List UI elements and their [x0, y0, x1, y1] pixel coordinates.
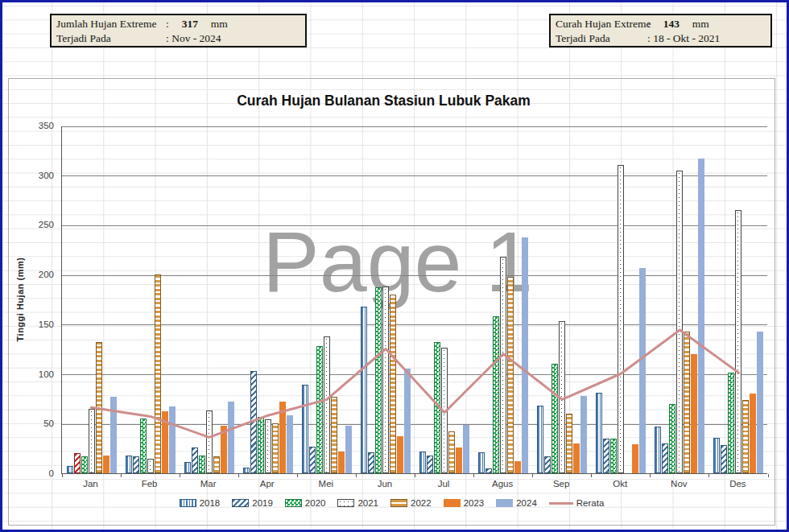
x-axis-tick	[180, 474, 180, 477]
x-axis-tick	[297, 474, 298, 477]
y-tick-label-250: 250	[23, 220, 54, 229]
legend-swatch-2023	[444, 499, 461, 507]
legend-label: Rerata	[576, 498, 605, 508]
x-axis-tick	[650, 474, 651, 477]
legend-swatch-2021	[337, 499, 354, 507]
x-label-feb: Feb	[120, 479, 179, 489]
legend-item-2019[interactable]: 2019	[232, 498, 273, 508]
infobox-row: Terjadi Pada: 18 - Okt - 2021	[556, 31, 766, 46]
rerata-line-layer	[62, 126, 768, 474]
x-axis-tick	[708, 474, 709, 477]
legend-item-2024[interactable]: 2024	[496, 498, 537, 508]
legend-swatch-2019	[232, 499, 249, 507]
rainfall-chart[interactable]: Page 1 Curah Hujan Bulanan Stasiun Lubuk…	[8, 78, 775, 526]
x-axis-tick	[356, 474, 357, 477]
x-axis-tick	[768, 474, 769, 477]
chart-title: Curah Hujan Bulanan Stasiun Lubuk Pakam	[9, 93, 758, 109]
extreme-daily-infobox: Curah Hujan Extreme:143mm Terjadi Pada: …	[549, 14, 772, 47]
y-tick-label-0: 0	[23, 468, 54, 478]
legend-label: 2018	[200, 498, 221, 508]
y-tick-label-350: 350	[23, 121, 54, 130]
x-label-okt: Okt	[591, 479, 650, 489]
x-label-mar: Mar	[179, 479, 238, 489]
x-axis-tick	[532, 474, 533, 477]
extreme-total-label: Jumlah Hujan Extreme	[56, 17, 166, 31]
x-label-jan: Jan	[61, 479, 120, 489]
legend-swatch-rerata	[549, 502, 573, 505]
y-tick-label-200: 200	[23, 270, 54, 279]
legend-item-rerata[interactable]: Rerata	[549, 498, 605, 508]
legend-swatch-2022	[390, 499, 407, 507]
y-axis-title: Tinggi Hujan (mm)	[15, 251, 25, 348]
legend-swatch-2024	[496, 499, 513, 507]
occurred-on-value: : 18 - Okt - 2021	[647, 31, 720, 46]
occurred-on-label: Terjadi Pada	[56, 31, 166, 46]
legend-label: 2020	[305, 498, 326, 508]
x-axis-tick	[62, 474, 63, 477]
x-axis-tick	[591, 474, 592, 477]
x-label-apr: Apr	[238, 479, 296, 489]
y-tick-label-300: 300	[23, 171, 54, 180]
x-axis-tick	[415, 474, 415, 477]
extreme-total-infobox: Jumlah Hujan Extreme:317mm Terjadi Pada:…	[50, 14, 307, 47]
legend-label: 2023	[464, 498, 485, 508]
infobox-row: Curah Hujan Extreme:143mm	[556, 17, 766, 31]
chart-legend: 2018201920202021202220232024Rerata	[9, 498, 775, 508]
legend-item-2022[interactable]: 2022	[390, 498, 432, 508]
extreme-total-unit: mm	[211, 17, 228, 31]
extreme-total-value: 317	[169, 17, 211, 31]
legend-label: 2024	[516, 498, 537, 508]
rerata-line[interactable]	[92, 330, 739, 437]
plot-area[interactable]	[61, 126, 767, 474]
legend-swatch-2018	[180, 499, 196, 507]
legend-item-2020[interactable]: 2020	[285, 498, 326, 508]
legend-label: 2022	[411, 498, 432, 508]
extreme-daily-value: 143	[651, 17, 692, 31]
x-axis-tick	[473, 474, 474, 477]
extreme-daily-label: Curah Hujan Extreme	[556, 17, 647, 31]
infobox-row: Jumlah Hujan Extreme:317mm	[56, 17, 300, 31]
x-label-agus: Agus	[473, 479, 532, 489]
y-tick-label-150: 150	[23, 320, 54, 329]
legend-item-2023[interactable]: 2023	[444, 498, 485, 508]
x-label-des: Des	[708, 479, 767, 489]
x-axis-tick	[238, 474, 239, 477]
occurred-on-value: : Nov - 2024	[166, 31, 221, 46]
x-label-jul: Jul	[415, 479, 473, 489]
legend-item-2018[interactable]: 2018	[180, 498, 221, 508]
infobox-row: Terjadi Pada: Nov - 2024	[56, 31, 300, 46]
x-label-jun: Jun	[355, 479, 414, 489]
x-axis-tick	[121, 474, 122, 477]
extreme-daily-unit: mm	[692, 17, 709, 31]
occurred-on-label: Terjadi Pada	[556, 31, 647, 46]
y-tick-label-50: 50	[23, 419, 54, 428]
legend-label: 2021	[357, 498, 378, 508]
x-label-nov: Nov	[650, 479, 708, 489]
legend-label: 2019	[252, 498, 273, 508]
legend-item-2021[interactable]: 2021	[337, 498, 378, 508]
x-label-sep: Sep	[532, 479, 591, 489]
legend-swatch-2020	[285, 499, 302, 507]
y-tick-label-100: 100	[23, 369, 54, 379]
x-label-mei: Mei	[296, 479, 355, 489]
